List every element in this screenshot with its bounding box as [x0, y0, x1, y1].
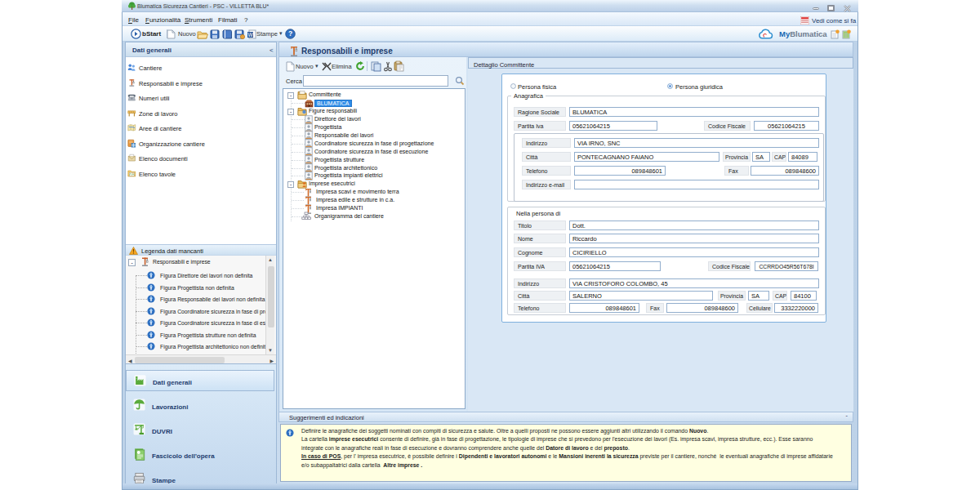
svg-text:?: ? — [288, 29, 292, 38]
svg-text:W: W — [247, 32, 253, 38]
